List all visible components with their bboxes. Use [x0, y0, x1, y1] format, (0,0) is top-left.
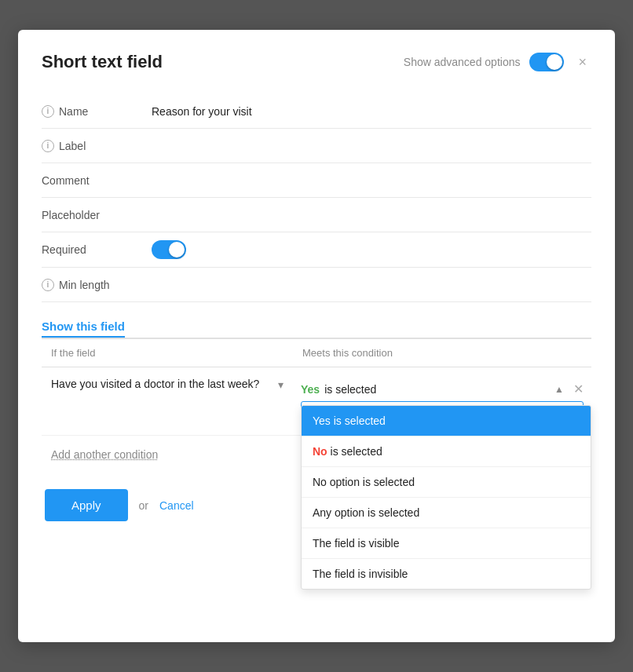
dropdown-item-any-option[interactable]: Any option is selected	[302, 498, 591, 528]
advanced-options-label: Show advanced options	[404, 56, 521, 68]
condition-row: Have you visited a doctor in the last we…	[42, 367, 591, 436]
comment-row: Comment	[42, 163, 591, 198]
caret-up-icon[interactable]: ▲	[554, 384, 564, 395]
header-right: Show advanced options ×	[404, 53, 591, 72]
modal-header: Short text field Show advanced options ×	[42, 52, 591, 72]
condition-is-selected-text: is selected	[324, 383, 376, 396]
name-row: i Name Reason for your visit	[42, 94, 591, 129]
label-row: i Label	[42, 129, 591, 163]
dropdown-no-highlight: No	[313, 445, 327, 458]
min-length-label-container: i Min length	[42, 279, 152, 291]
meets-condition-header: Meets this condition	[293, 339, 591, 367]
condition-header: If the field Meets this condition	[42, 339, 591, 367]
label-label-container: i Label	[42, 140, 152, 152]
min-length-row: i Min length	[42, 268, 591, 302]
placeholder-row: Placeholder	[42, 198, 591, 232]
if-the-field-header: If the field	[42, 339, 293, 367]
min-length-input[interactable]	[152, 279, 591, 291]
dropdown-item-field-visible[interactable]: The field is visible	[302, 528, 591, 559]
condition-yes-text: Yes	[301, 383, 320, 396]
show-this-field-tab[interactable]: Show this field	[42, 320, 125, 338]
chevron-down-icon[interactable]: ▾	[278, 378, 284, 391]
add-condition-link[interactable]: Add another condition	[42, 442, 167, 467]
condition-field-text: Have you visited a doctor in the last we…	[51, 377, 272, 393]
remove-condition-button[interactable]: ✕	[573, 382, 584, 396]
required-toggle[interactable]	[152, 240, 186, 259]
placeholder-input[interactable]	[152, 209, 591, 221]
required-row: Required	[42, 232, 591, 268]
condition-field-selector[interactable]: Have you visited a doctor in the last we…	[42, 377, 293, 393]
dropdown-item-no-option[interactable]: No option is selected	[302, 467, 591, 498]
condition-value-display: Yes is selected ▲ ✕	[301, 377, 584, 401]
label-info-icon[interactable]: i	[42, 140, 54, 152]
condition-value-area: Yes is selected ▲ ✕ Yes is selected No i…	[293, 377, 591, 425]
placeholder-label: Placeholder	[42, 209, 100, 221]
condition-dropdown-list: Yes is selected No is selected No option…	[301, 405, 591, 590]
label-label: Label	[59, 140, 86, 152]
min-length-info-icon[interactable]: i	[42, 279, 54, 291]
dropdown-item-no-selected[interactable]: No is selected	[302, 436, 591, 467]
comment-label: Comment	[42, 174, 90, 187]
condition-table: If the field Meets this condition Have y…	[42, 338, 591, 473]
dropdown-item-field-invisible[interactable]: The field is invisible	[302, 559, 591, 589]
cancel-link[interactable]: Cancel	[159, 499, 194, 512]
dropdown-item-yes-selected[interactable]: Yes is selected	[302, 406, 591, 436]
show-this-field-section: Show this field If the field Meets this …	[42, 320, 591, 521]
label-input[interactable]	[152, 140, 591, 152]
comment-label-container: Comment	[42, 174, 152, 187]
min-length-label: Min length	[59, 279, 110, 291]
placeholder-label-container: Placeholder	[42, 209, 152, 221]
modal-title: Short text field	[42, 52, 163, 72]
required-label-container: Required	[42, 243, 152, 256]
close-button[interactable]: ×	[573, 53, 591, 72]
or-text: or	[139, 499, 148, 512]
name-label-container: i Name	[42, 105, 152, 118]
name-info-icon[interactable]: i	[42, 105, 54, 118]
comment-input[interactable]	[152, 174, 591, 187]
advanced-options-toggle[interactable]	[529, 53, 564, 71]
name-label: Name	[59, 105, 88, 118]
apply-button[interactable]: Apply	[45, 489, 128, 521]
required-label: Required	[42, 243, 86, 256]
name-value: Reason for your visit	[152, 105, 591, 118]
modal: Short text field Show advanced options ×…	[18, 30, 615, 642]
